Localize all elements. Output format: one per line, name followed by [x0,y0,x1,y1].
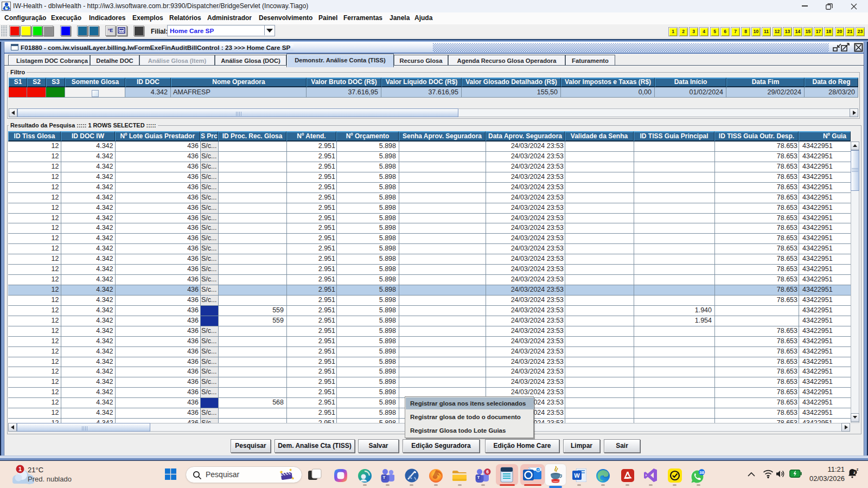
svg-text:1: 1 [18,466,22,472]
svg-text:W: W [574,472,580,479]
svg-text:6: 6 [486,469,489,474]
svg-text:z: z [857,467,859,471]
svg-text:★: ★ [289,467,292,472]
svg-text:T: T [477,475,480,480]
svg-text:38: 38 [699,470,704,475]
svg-text:★: ★ [291,476,294,480]
svg-text:z: z [853,470,856,475]
svg-text:★: ★ [279,470,284,475]
svg-text:T: T [383,475,386,480]
